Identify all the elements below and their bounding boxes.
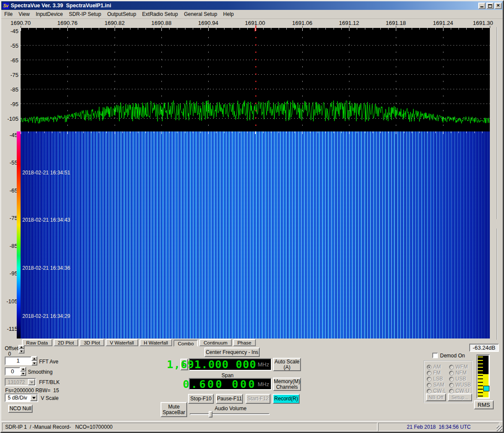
menu-item-general-setup[interactable]: General Setup: [181, 10, 220, 18]
center-frequency-digits[interactable]: 1,691.000 000: [167, 358, 257, 371]
radio-wusb[interactable]: [449, 383, 454, 387]
center-frequency-button[interactable]: Center Frequency - Ins: [204, 348, 260, 357]
smoothing-stepper[interactable]: [20, 367, 26, 376]
v-gridline: [349, 28, 349, 131]
spectrum-plot[interactable]: [21, 28, 490, 131]
smoothing-label: Smoothing: [28, 369, 52, 375]
audio-volume-slider[interactable]: [190, 413, 270, 415]
span-display[interactable]: 0.600 000 MHz: [189, 378, 272, 390]
fs-rbw-readout: Fs=2000000 RBW= 15: [5, 387, 59, 393]
mute-button[interactable]: Mute SpaceBar: [161, 402, 187, 417]
v-scale-label: V Scale: [41, 395, 58, 401]
center-freq-gridline: [255, 28, 256, 131]
waterfall-db-label: -45: [1, 132, 18, 138]
v-scale-select[interactable]: 5 dB/Div: [5, 393, 38, 402]
smoothing-down-button[interactable]: [20, 372, 26, 376]
center-frequency-tick: [255, 28, 255, 31]
waterfall-db-label: -85: [1, 243, 18, 249]
menu-item-help[interactable]: Help: [220, 10, 237, 18]
v-gridline: [161, 28, 162, 131]
menu-item-outputsetup[interactable]: OutputSetup: [104, 10, 139, 18]
fft-ave-up-button[interactable]: [31, 356, 37, 361]
radio-usb[interactable]: [449, 377, 454, 381]
menu-item-inputdevice[interactable]: InputDevice: [33, 10, 66, 18]
v-gridline: [443, 28, 443, 131]
rms-button[interactable]: RMS: [474, 400, 494, 409]
minimize-icon: [480, 6, 483, 7]
waterfall-db-label: -105: [1, 298, 18, 305]
setup-button[interactable]: Setup...: [448, 393, 472, 401]
tab-v-waterfall[interactable]: V Waterfall: [106, 339, 138, 346]
spectrum-db-label: -45: [2, 28, 18, 34]
menu-item-sdr-ip-setup[interactable]: SDR-IP Setup: [66, 10, 104, 18]
record-button[interactable]: Record(R): [273, 394, 300, 404]
tab-continuum[interactable]: Continuum: [199, 339, 232, 346]
radio-sam[interactable]: [427, 383, 431, 387]
waterfall-color-scale: [17, 131, 21, 338]
memory-channels-button[interactable]: Memory(M) Channels: [273, 378, 301, 391]
tab-h-waterfall[interactable]: H Waterfall: [140, 339, 172, 346]
fft-blk-select[interactable]: 131072: [5, 378, 36, 386]
span-digits[interactable]: 0.600 000: [183, 378, 256, 390]
radio-am[interactable]: [427, 365, 431, 369]
radio-usb-label: USB: [455, 376, 466, 382]
fft-ave-down-button[interactable]: [31, 361, 37, 366]
v-gridline: [396, 28, 396, 131]
status-clock-text: 21 Feb 2018 16:34:56 UTC: [407, 424, 471, 430]
radio-nfm[interactable]: [449, 371, 454, 375]
tab-phase[interactable]: Phase: [233, 339, 256, 346]
radio-lsb[interactable]: [427, 377, 431, 381]
ruler-tick: [490, 26, 490, 28]
stop-button[interactable]: Stop-F10: [188, 394, 214, 404]
gain-slider-track: [497, 27, 498, 340]
nb-off-button[interactable]: NB Off: [426, 393, 446, 401]
menu-item-file[interactable]: File: [1, 10, 15, 18]
auto-scale-button[interactable]: Auto Scale (A): [273, 358, 301, 371]
center-frequency-display[interactable]: 1,691.000 000 MHz: [189, 358, 272, 371]
radio-cw-u[interactable]: [449, 389, 454, 393]
smoothing-input[interactable]: 0: [5, 367, 20, 375]
maximize-icon: [488, 4, 492, 8]
maximize-button[interactable]: [486, 3, 494, 9]
smoothing-up-button[interactable]: [20, 367, 26, 372]
spectrum-db-label: -65: [2, 57, 18, 64]
audio-volume-thumb[interactable]: [209, 411, 213, 418]
menu-item-extradio-setup[interactable]: ExtRadio Setup: [139, 10, 181, 18]
fft-ave-label: FFT Ave: [39, 359, 58, 365]
demod-on-checkbox[interactable]: [432, 353, 438, 358]
offset-stepper[interactable]: [18, 345, 24, 354]
mute-line2: SpaceBar: [163, 410, 185, 415]
nco-null-button[interactable]: NCO Null: [8, 405, 33, 413]
gain-slider-thumb[interactable]: [491, 219, 503, 229]
v-scale-dropdown-icon: [30, 394, 37, 401]
radio-cw-u-label: CW-U: [455, 388, 469, 394]
tab-combo[interactable]: Combo: [173, 340, 198, 347]
tab-2d-plot[interactable]: 2D Plot: [54, 339, 79, 346]
waterfall-plot[interactable]: 2018-02-21 16:34:51 2018-02-21 16:34:43 …: [21, 131, 490, 338]
radio-cw-l-label: CW-L: [433, 388, 446, 394]
offset-up-button[interactable]: [18, 345, 24, 349]
radio-cw-l[interactable]: [427, 389, 431, 393]
offset-down-button[interactable]: [18, 349, 24, 354]
tab-3d-plot[interactable]: 3D Plot: [79, 339, 104, 346]
close-button[interactable]: ✕: [495, 3, 502, 9]
v-gridline: [67, 28, 68, 131]
tab-raw-data[interactable]: Raw Data: [22, 339, 52, 346]
minimize-button[interactable]: [478, 3, 486, 9]
fft-ave-input[interactable]: 1: [5, 357, 31, 365]
spectrum-db-label: -85: [2, 86, 18, 93]
radio-wfm[interactable]: [449, 365, 454, 369]
freq-label: 1691.18: [386, 20, 406, 26]
freq-label: 1691.06: [292, 20, 313, 26]
start-button[interactable]: Start-F12: [246, 394, 270, 404]
fft-ave-stepper[interactable]: [31, 356, 37, 366]
waterfall-signal-stripes: [21, 131, 490, 338]
menu-item-view[interactable]: View: [15, 10, 33, 18]
radio-fm[interactable]: [427, 371, 431, 375]
waterfall-db-label: -95: [1, 270, 18, 277]
freq-label: 1691.12: [339, 20, 359, 26]
pause-button[interactable]: Pause-F11: [216, 394, 243, 404]
resize-grip[interactable]: [497, 426, 502, 431]
radio-wusb-label: WUSB: [455, 382, 471, 388]
spectrum-db-label: -95: [2, 101, 18, 107]
